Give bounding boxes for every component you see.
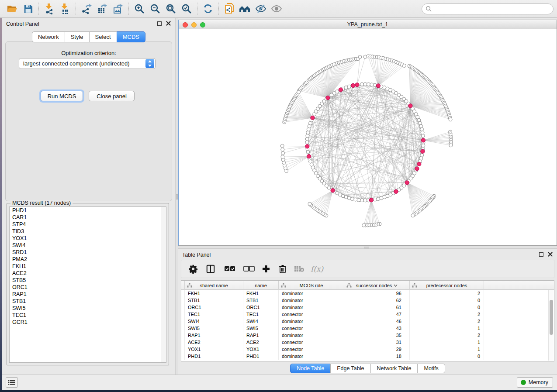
cell-shared-name[interactable]: STB1: [185, 297, 243, 304]
cell-name[interactable]: ACE2: [243, 339, 279, 346]
hide-panels-button[interactable]: [253, 1, 269, 16]
cell-predecessor-nodes[interactable]: 1: [410, 339, 484, 346]
cell-shared-name[interactable]: ACE2: [185, 339, 243, 346]
clone-network-button[interactable]: [221, 1, 237, 16]
search-field[interactable]: [422, 3, 554, 14]
mcds-result-item[interactable]: SWI4: [10, 242, 166, 249]
cell-shared-name[interactable]: SWI5: [185, 325, 243, 332]
column-header-MCDS-role[interactable]: MCDS role: [279, 281, 344, 290]
cell-successor-nodes[interactable]: 35: [344, 332, 410, 339]
cell-mcds-role[interactable]: dominator: [279, 297, 344, 304]
cell-mcds-role[interactable]: connector: [279, 325, 344, 332]
cell-successor-nodes[interactable]: 61: [344, 304, 410, 311]
select-all-columns-button[interactable]: [224, 261, 235, 276]
tab-node-table[interactable]: Node Table: [290, 364, 331, 373]
mcds-result-item[interactable]: ORC1: [10, 284, 166, 291]
show-panels-button[interactable]: [269, 1, 284, 16]
mcds-result-item[interactable]: YOX1: [10, 235, 166, 242]
close-panel-icon[interactable]: [548, 252, 553, 257]
mcds-result-item[interactable]: PHD1: [10, 207, 166, 214]
cell-predecessor-nodes[interactable]: 1: [410, 346, 484, 353]
table-row[interactable]: TEC1TEC1connector472: [181, 311, 554, 318]
cell-successor-nodes[interactable]: 29: [344, 346, 410, 353]
cell-mcds-role[interactable]: connector: [279, 339, 344, 346]
divider-grip[interactable]: [364, 247, 369, 248]
cell-name[interactable]: RAP1: [243, 332, 279, 339]
column-header-successor-nodes[interactable]: successor nodes: [344, 281, 410, 290]
cell-mcds-role[interactable]: dominator: [279, 318, 344, 325]
mcds-result-item[interactable]: TID3: [10, 228, 166, 235]
tab-motifs[interactable]: Motifs: [417, 364, 445, 373]
tab-edge-table[interactable]: Edge Table: [330, 364, 370, 373]
cell-shared-name[interactable]: YOX1: [185, 346, 243, 353]
open-file-button[interactable]: [4, 1, 20, 16]
cell-shared-name[interactable]: RAP1: [185, 332, 243, 339]
close-panel-icon[interactable]: [166, 21, 171, 26]
network-canvas[interactable]: [179, 29, 557, 245]
search-input[interactable]: [432, 5, 553, 14]
cell-successor-nodes[interactable]: 96: [344, 290, 410, 297]
table-row[interactable]: PHD1PHD1dominator180: [181, 353, 554, 360]
table-row[interactable]: SWI4SWI4dominator462: [181, 318, 554, 325]
cell-shared-name[interactable]: FKH1: [185, 290, 243, 297]
column-layout-button[interactable]: [206, 261, 215, 276]
table-row[interactable]: FKH1FKH1dominator962: [181, 290, 554, 297]
zoom-fit-button[interactable]: [163, 1, 179, 16]
export-network-button[interactable]: [79, 1, 94, 16]
cell-mcds-role[interactable]: dominator: [279, 290, 344, 297]
memory-button[interactable]: Memory: [517, 377, 553, 388]
table-row[interactable]: ACE2ACE2connector311: [181, 339, 554, 346]
cell-successor-nodes[interactable]: 18: [344, 353, 410, 360]
optimization-criterion-dropdown[interactable]: largest connected component (undirected): [19, 58, 156, 69]
cell-predecessor-nodes[interactable]: 0: [410, 304, 484, 311]
zoom-out-button[interactable]: [147, 1, 163, 16]
cell-name[interactable]: YOX1: [243, 346, 279, 353]
zoom-selected-button[interactable]: [179, 1, 194, 16]
mcds-result-item[interactable]: FKH1: [10, 263, 166, 270]
cell-mcds-role[interactable]: dominator: [279, 304, 344, 311]
table-scrollbar-thumb[interactable]: [550, 300, 553, 335]
cell-successor-nodes[interactable]: 62: [344, 297, 410, 304]
mcds-result-item[interactable]: ACE2: [10, 270, 166, 277]
cell-successor-nodes[interactable]: 47: [344, 311, 410, 318]
export-image-button[interactable]: [110, 1, 126, 16]
mcds-result-item[interactable]: STB5: [10, 277, 166, 284]
cell-mcds-role[interactable]: connector: [279, 311, 344, 318]
delete-column-button[interactable]: [278, 261, 287, 276]
network-window-titlebar[interactable]: YPA_prune.txt_1: [179, 20, 557, 29]
import-network-button[interactable]: [42, 1, 57, 16]
mcds-list-scrollbar[interactable]: [161, 207, 166, 362]
cell-mcds-role[interactable]: connector: [279, 346, 344, 353]
cell-name[interactable]: STB1: [243, 297, 279, 304]
float-panel-icon[interactable]: [539, 252, 543, 257]
zoom-in-button[interactable]: [131, 1, 147, 16]
column-header-predecessor-nodes[interactable]: predecessor nodes: [410, 281, 484, 290]
cell-predecessor-nodes[interactable]: 2: [410, 332, 484, 339]
cell-name[interactable]: TEC1: [243, 311, 279, 318]
tab-select[interactable]: Select: [89, 31, 117, 42]
tab-style[interactable]: Style: [65, 31, 90, 42]
tab-mcds[interactable]: MCDS: [117, 31, 145, 42]
run-mcds-button[interactable]: Run MCDS: [41, 91, 83, 101]
deselect-all-columns-button[interactable]: [243, 261, 255, 276]
task-history-button[interactable]: [6, 377, 18, 388]
tab-network-table[interactable]: Network Table: [370, 364, 418, 373]
cell-mcds-role[interactable]: dominator: [279, 332, 344, 339]
cell-predecessor-nodes[interactable]: 2: [410, 311, 484, 318]
cell-name[interactable]: ORC1: [243, 304, 279, 311]
cell-predecessor-nodes[interactable]: 0: [410, 353, 484, 360]
table-settings-button[interactable]: [188, 261, 198, 276]
cell-predecessor-nodes[interactable]: 1: [410, 325, 484, 332]
export-table-button[interactable]: [94, 1, 110, 16]
cell-mcds-role[interactable]: dominator: [279, 353, 344, 360]
cell-shared-name[interactable]: PHD1: [185, 353, 243, 360]
float-panel-icon[interactable]: [157, 21, 162, 26]
cell-shared-name[interactable]: ORC1: [185, 304, 243, 311]
column-header-shared-name[interactable]: shared name: [185, 281, 243, 290]
cell-name[interactable]: FKH1: [243, 290, 279, 297]
create-column-button[interactable]: [262, 261, 270, 276]
import-table-button[interactable]: [57, 1, 73, 16]
cell-name[interactable]: SWI4: [243, 318, 279, 325]
mcds-result-item[interactable]: SWI5: [10, 305, 166, 312]
vertical-split-divider[interactable]: [175, 18, 178, 375]
